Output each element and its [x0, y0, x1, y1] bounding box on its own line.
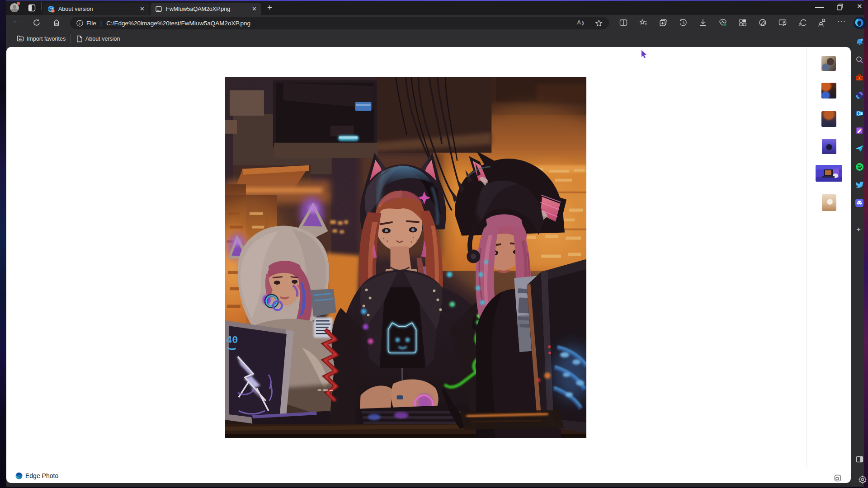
svg-text:CN: CN: [52, 10, 55, 12]
